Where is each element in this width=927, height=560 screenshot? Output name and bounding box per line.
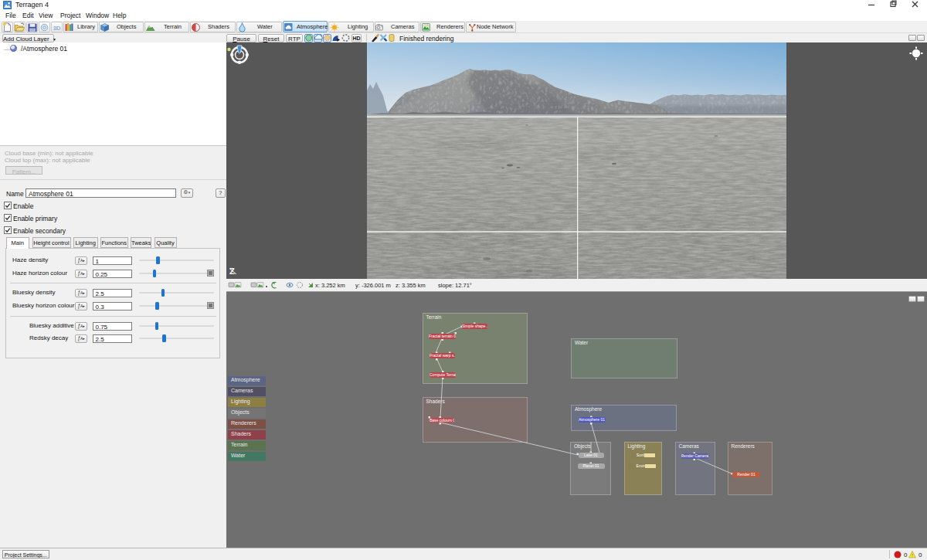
svg-text:0: 0	[904, 552, 908, 558]
svg-text:0: 0	[919, 552, 922, 558]
svg-text:3D: 3D	[53, 25, 60, 32]
